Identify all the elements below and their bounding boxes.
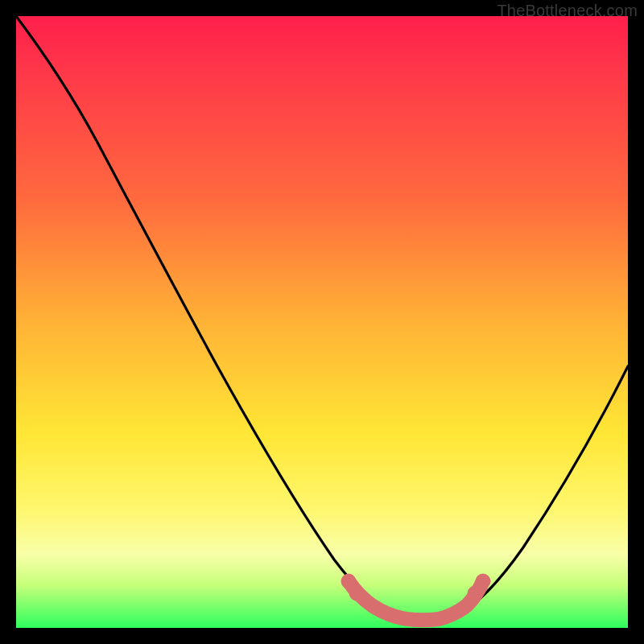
optimal-highlight: [341, 574, 490, 620]
watermark-text: TheBottleneck.com: [497, 2, 638, 20]
chart-overlay: [0, 0, 644, 644]
svg-point-3: [468, 586, 482, 601]
bottleneck-curve: [16, 16, 628, 621]
svg-point-1: [349, 586, 364, 601]
chart-stage: TheBottleneck.com: [0, 0, 644, 644]
